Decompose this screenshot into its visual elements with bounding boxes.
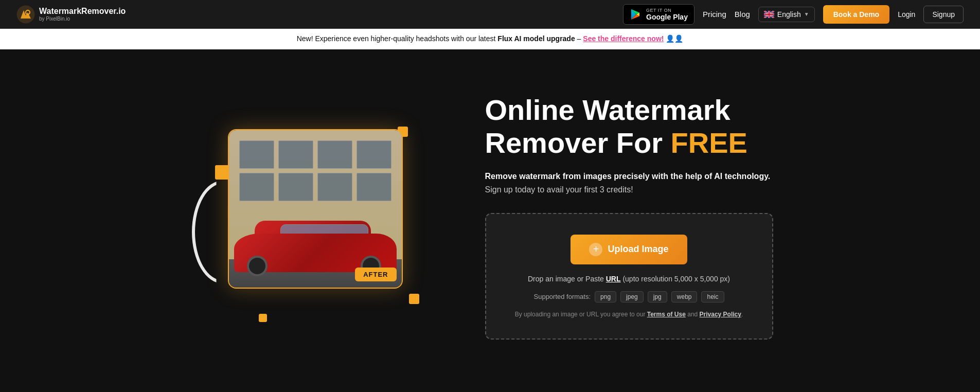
- language-label: English: [777, 10, 801, 19]
- chevron-down-icon: ▼: [804, 11, 809, 17]
- format-jpeg: jpeg: [620, 291, 644, 302]
- signup-button[interactable]: Signup: [923, 6, 964, 23]
- deco-square-bottom: [259, 314, 267, 322]
- upload-drop-text: Drop an image or Paste URL (upto resolut…: [502, 275, 757, 283]
- formats-label: Supported formats:: [534, 293, 591, 300]
- blog-link[interactable]: Blog: [735, 10, 750, 19]
- hero-subtitle: Remove watermark from images precisely w…: [485, 170, 773, 196]
- logo-area: WatermarkRemover.io by PixelBin.io: [16, 5, 126, 24]
- window-1: [239, 140, 274, 169]
- play-text: GET IT ON Google Play: [646, 8, 688, 21]
- pricing-link[interactable]: Pricing: [703, 10, 726, 19]
- upload-box: + Upload Image Drop an image or Paste UR…: [485, 213, 773, 340]
- hero-title-free: FREE: [671, 127, 747, 159]
- car-wheel-left: [247, 256, 268, 276]
- play-text-top: GET IT ON: [646, 8, 688, 13]
- announcement-banner: New! Experience even higher-quality head…: [0, 29, 980, 49]
- announcement-bold: Flux AI model upgrade: [497, 34, 575, 43]
- window-6: [278, 173, 313, 201]
- terms-text-before: By uploading an image or URL you agree t…: [515, 311, 647, 318]
- hero-title-line1: Online Watermark: [485, 94, 730, 126]
- plus-icon: +: [589, 243, 602, 256]
- building-windows: [239, 140, 391, 201]
- hero-title-line2: Remover For: [485, 127, 671, 159]
- google-play-button[interactable]: GET IT ON Google Play: [623, 4, 694, 25]
- deco-square-left: [215, 165, 229, 180]
- window-7: [317, 173, 352, 201]
- terms-and: and: [686, 311, 700, 318]
- book-demo-button[interactable]: Book a Demo: [823, 5, 889, 24]
- login-button[interactable]: Login: [898, 10, 915, 19]
- navbar: WatermarkRemover.io by PixelBin.io: [0, 0, 980, 29]
- hero-section: AFTER Online Watermark Remover For FREE …: [0, 49, 980, 384]
- hero-image-frame: AFTER: [228, 129, 403, 289]
- window-5: [239, 173, 274, 201]
- announcement-text-before: New! Experience even higher-quality head…: [297, 34, 498, 43]
- window-8: [357, 173, 391, 201]
- terms-dot: .: [741, 311, 743, 318]
- after-badge: AFTER: [355, 268, 396, 281]
- logo-sub: by PixelBin.io: [39, 16, 126, 22]
- announcement-dash: –: [575, 34, 583, 43]
- format-webp: webp: [671, 291, 698, 302]
- supported-formats: Supported formats: png jpeg jpg webp hei…: [502, 291, 757, 302]
- navbar-right: GET IT ON Google Play Pricing Blog Engli…: [623, 4, 964, 25]
- url-link[interactable]: URL: [606, 275, 621, 283]
- drop-text-before: Drop an image or Paste: [528, 275, 606, 283]
- hero-content: Online Watermark Remover For FREE Remove…: [485, 94, 773, 340]
- window-2: [278, 140, 313, 169]
- logo-icon: [16, 5, 35, 24]
- deco-square-right: [409, 294, 419, 304]
- hero-title: Online Watermark Remover For FREE: [485, 94, 773, 160]
- svg-point-0: [17, 6, 34, 23]
- hero-image-container: AFTER: [207, 109, 423, 325]
- logo-text: WatermarkRemover.io by PixelBin.io: [39, 7, 126, 22]
- logo-main: WatermarkRemover.io: [39, 7, 126, 16]
- format-jpg: jpg: [648, 291, 667, 302]
- flag-uk-icon: [764, 11, 774, 18]
- terms-of-use-link[interactable]: Terms of Use: [647, 311, 686, 318]
- car-image: [234, 210, 397, 272]
- google-play-icon: [630, 8, 642, 21]
- window-4: [357, 140, 391, 169]
- drop-text-after: (upto resolution 5,000 x 5,000 px): [621, 275, 730, 283]
- upload-terms: By uploading an image or URL you agree t…: [502, 311, 757, 318]
- upload-button-label: Upload Image: [608, 244, 668, 255]
- announcement-link[interactable]: See the difference now!: [583, 34, 664, 43]
- privacy-policy-link[interactable]: Privacy Policy: [700, 311, 741, 318]
- upload-image-button[interactable]: + Upload Image: [571, 235, 687, 264]
- language-selector[interactable]: English ▼: [758, 7, 815, 22]
- format-heic: heic: [701, 291, 724, 302]
- format-png: png: [595, 291, 616, 302]
- window-3: [317, 140, 352, 169]
- play-text-bottom: Google Play: [646, 13, 688, 21]
